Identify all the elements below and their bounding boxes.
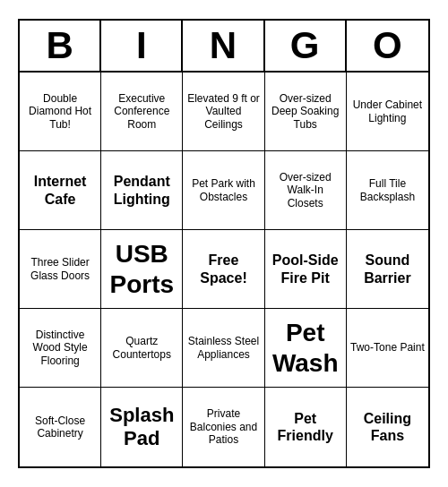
cell-text: USB Ports bbox=[105, 239, 178, 299]
cell-text: Quartz Countertops bbox=[105, 335, 178, 361]
bingo-cell: Quartz Countertops bbox=[101, 309, 183, 388]
bingo-cell: Distinctive Wood Style Flooring bbox=[20, 309, 101, 388]
bingo-cell: Pet Wash bbox=[265, 309, 347, 388]
cell-text: Executive Conference Room bbox=[105, 92, 178, 131]
bingo-grid: Double Diamond Hot Tub!Executive Confere… bbox=[20, 73, 428, 466]
bingo-cell: Over-sized Walk-In Closets bbox=[265, 151, 347, 230]
cell-text: Pet Wash bbox=[269, 318, 342, 378]
cell-text: Splash Pad bbox=[105, 404, 178, 451]
cell-text: Double Diamond Hot Tub! bbox=[23, 92, 97, 131]
cell-text: Ceiling Fans bbox=[350, 410, 425, 444]
bingo-cell: Pet Park with Obstacles bbox=[183, 151, 264, 230]
bingo-cell: Elevated 9 ft or Vaulted Ceilings bbox=[183, 73, 264, 151]
bingo-cell: USB Ports bbox=[101, 230, 183, 309]
cell-text: Over-sized Deep Soaking Tubs bbox=[269, 92, 342, 131]
bingo-cell: Ceiling Fans bbox=[347, 388, 428, 466]
bingo-cell: Two-Tone Paint bbox=[347, 309, 428, 388]
bingo-cell: Pendant Lighting bbox=[101, 151, 183, 230]
header-letter: O bbox=[347, 21, 428, 71]
bingo-cell: Full Tile Backsplash bbox=[347, 151, 428, 230]
bingo-cell: Stainless Steel Appliances bbox=[183, 309, 264, 388]
cell-text: Two-Tone Paint bbox=[350, 341, 425, 354]
cell-text: Three Slider Glass Doors bbox=[23, 256, 97, 282]
bingo-cell: Executive Conference Room bbox=[101, 73, 183, 151]
bingo-cell: Sound Barrier bbox=[347, 230, 428, 309]
header-letter: B bbox=[20, 21, 101, 71]
header-letter: I bbox=[101, 21, 183, 71]
header-letter: G bbox=[265, 21, 347, 71]
bingo-cell: Three Slider Glass Doors bbox=[20, 230, 101, 309]
cell-text: Pendant Lighting bbox=[105, 173, 178, 207]
bingo-cell: Under Cabinet Lighting bbox=[347, 73, 428, 151]
cell-text: Internet Cafe bbox=[23, 173, 97, 207]
bingo-cell: Pool-Side Fire Pit bbox=[265, 230, 347, 309]
cell-text: Stainless Steel Appliances bbox=[186, 335, 260, 361]
bingo-cell: Over-sized Deep Soaking Tubs bbox=[265, 73, 347, 151]
cell-text: Private Balconies and Patios bbox=[186, 407, 260, 446]
bingo-cell: Free Space! bbox=[183, 230, 264, 309]
cell-text: Sound Barrier bbox=[350, 252, 425, 286]
cell-text: Pet Friendly bbox=[269, 410, 342, 444]
cell-text: Over-sized Walk-In Closets bbox=[269, 171, 342, 209]
bingo-cell: Private Balconies and Patios bbox=[183, 388, 264, 466]
bingo-cell: Pet Friendly bbox=[265, 388, 347, 466]
bingo-cell: Internet Cafe bbox=[20, 151, 101, 230]
cell-text: Full Tile Backsplash bbox=[350, 177, 425, 203]
cell-text: Soft-Close Cabinetry bbox=[23, 414, 97, 440]
bingo-cell: Splash Pad bbox=[101, 388, 183, 466]
bingo-cell: Soft-Close Cabinetry bbox=[20, 388, 101, 466]
cell-text: Pool-Side Fire Pit bbox=[269, 252, 342, 286]
cell-text: Under Cabinet Lighting bbox=[350, 98, 425, 124]
cell-text: Distinctive Wood Style Flooring bbox=[23, 329, 97, 367]
cell-text: Pet Park with Obstacles bbox=[186, 177, 260, 203]
cell-text: Free Space! bbox=[186, 252, 260, 286]
bingo-cell: Double Diamond Hot Tub! bbox=[20, 73, 101, 151]
header-letter: N bbox=[183, 21, 264, 71]
bingo-card: BINGO Double Diamond Hot Tub!Executive C… bbox=[18, 19, 430, 468]
cell-text: Elevated 9 ft or Vaulted Ceilings bbox=[186, 92, 260, 131]
bingo-header: BINGO bbox=[20, 21, 428, 73]
